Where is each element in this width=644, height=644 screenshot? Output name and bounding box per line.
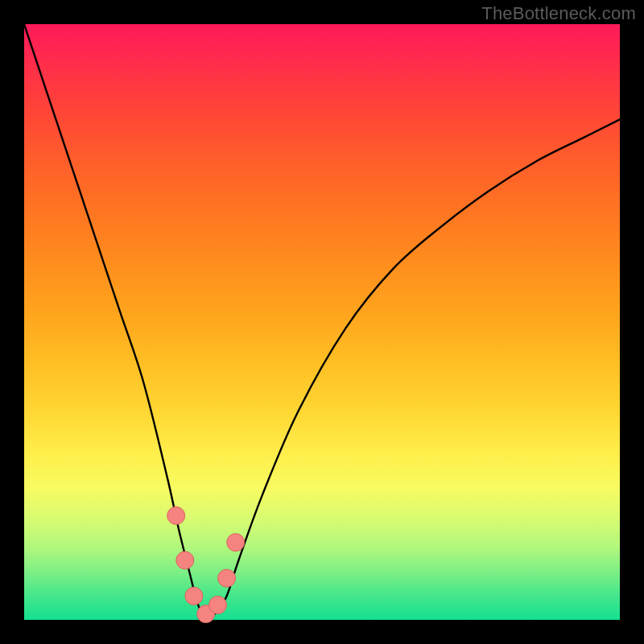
- chart-frame: TheBottleneck.com: [0, 0, 644, 644]
- bottleneck-curve: [24, 24, 620, 620]
- curve-marker: [176, 551, 194, 569]
- bottleneck-curve-svg: [24, 24, 620, 620]
- plot-area: [24, 24, 620, 620]
- watermark-label: TheBottleneck.com: [481, 3, 636, 24]
- curve-marker: [227, 534, 245, 551]
- curve-marker: [185, 587, 203, 605]
- curve-marker: [167, 507, 185, 525]
- marker-group: [167, 507, 245, 623]
- curve-marker: [218, 569, 236, 587]
- curve-marker: [209, 597, 227, 614]
